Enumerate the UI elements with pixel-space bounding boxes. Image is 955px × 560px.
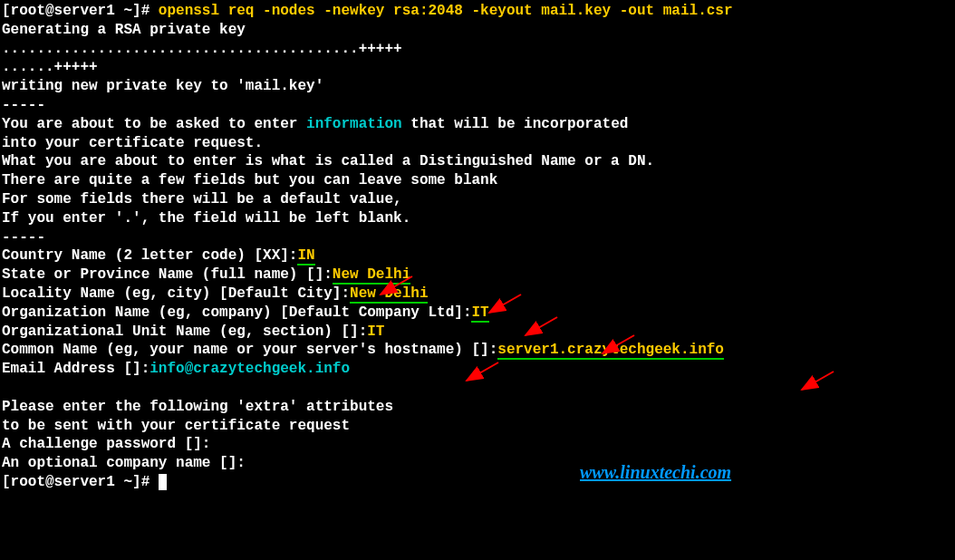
locality-prompt: Locality Name (eg, city) [Default City]: bbox=[2, 285, 350, 302]
output-generating: Generating a RSA private key bbox=[2, 22, 246, 38]
locality-value[interactable]: New Delhi bbox=[350, 285, 428, 304]
output-about1c: that will be incorporated bbox=[402, 116, 629, 132]
prompt-user-host: [root@server1 ~]# bbox=[2, 3, 159, 19]
optcompany-prompt[interactable]: An optional company name []: bbox=[2, 455, 246, 471]
country-value[interactable]: IN bbox=[297, 247, 314, 266]
output-dash1: ----- bbox=[2, 97, 45, 113]
state-prompt: State or Province Name (full name) []: bbox=[2, 266, 333, 283]
cn-prompt: Common Name (eg, your name or your serve… bbox=[2, 342, 497, 358]
output-about3: What you are about to enter is what is c… bbox=[2, 153, 654, 169]
country-prompt: Country Name (2 letter code) [XX]: bbox=[2, 247, 297, 264]
output-about4: There are quite a few fields but you can… bbox=[2, 172, 497, 188]
output-about5: For some fields there will be a default … bbox=[2, 191, 402, 208]
output-about1b: information bbox=[306, 116, 402, 132]
ou-prompt: Organizational Unit Name (eg, section) [… bbox=[2, 323, 367, 340]
email-prompt: Email Address []: bbox=[2, 361, 150, 377]
watermark-text: www.linuxtechi.com bbox=[580, 460, 731, 484]
org-value[interactable]: IT bbox=[471, 304, 488, 323]
output-about2: into your certificate request. bbox=[2, 135, 263, 151]
state-value[interactable]: New Delhi bbox=[333, 266, 410, 285]
extra2: to be sent with your certificate request bbox=[2, 418, 350, 434]
output-dash2: ----- bbox=[2, 229, 45, 246]
output-about6: If you enter '.', the field will be left… bbox=[2, 210, 410, 227]
org-prompt: Organization Name (eg, company) [Default… bbox=[2, 304, 471, 321]
ou-value[interactable]: IT bbox=[367, 323, 384, 340]
output-writing: writing new private key to 'mail.key' bbox=[2, 78, 323, 94]
cursor bbox=[159, 474, 168, 490]
extra1: Please enter the following 'extra' attri… bbox=[2, 399, 393, 415]
challenge-prompt[interactable]: A challenge password []: bbox=[2, 436, 210, 452]
terminal-output: [root@server1 ~]# openssl req -nodes -ne… bbox=[2, 2, 953, 492]
output-about1a: You are about to be asked to enter bbox=[2, 116, 306, 132]
email-value[interactable]: info@crazytechgeek.info bbox=[150, 361, 350, 377]
command-text: openssl req -nodes -newkey rsa:2048 -key… bbox=[159, 3, 733, 19]
cn-value[interactable]: server1.crazytechgeek.info bbox=[497, 342, 724, 360]
prompt2-user-host[interactable]: [root@server1 ~]# bbox=[2, 474, 159, 490]
output-dots2: ......+++++ bbox=[2, 59, 98, 75]
output-dots1: ........................................… bbox=[2, 41, 402, 57]
